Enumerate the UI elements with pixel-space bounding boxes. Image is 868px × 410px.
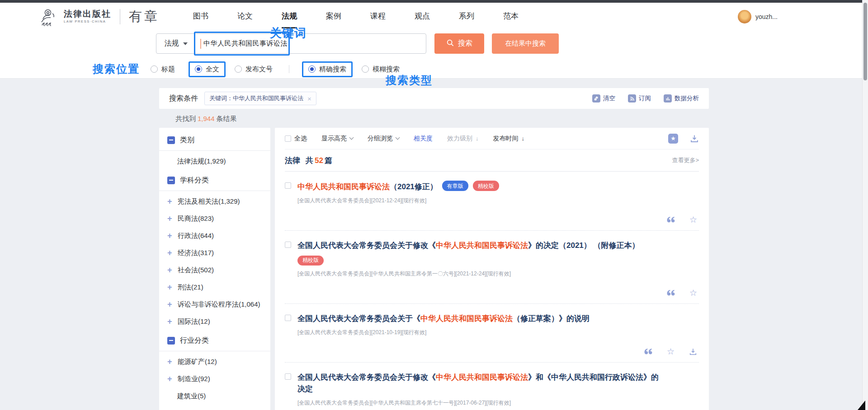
nav-tab-opinions[interactable]: 观点 (415, 11, 430, 23)
download-icon[interactable] (689, 348, 697, 356)
facet-item-economic[interactable]: + 经济法(317) (159, 244, 270, 261)
favorite-all-button[interactable]: ★ (668, 134, 678, 144)
facet-item-constitutional[interactable]: + 宪法及相关法(1,329) (159, 193, 270, 210)
nav-tab-papers[interactable]: 论文 (237, 11, 253, 23)
result-checkbox[interactable] (285, 315, 291, 321)
select-all-checkbox[interactable] (285, 135, 291, 142)
result-title[interactable]: 全国人民代表大会常务委员会关于修改《中华人民共和国民事诉讼法》和《中华人民共和国… (297, 372, 661, 395)
scope-docnumber-label: 发布文号 (245, 65, 273, 74)
result-title[interactable]: 中华人民共和国民事诉讼法（2021修正）有章版精校版 (297, 181, 661, 192)
facet-section-industry[interactable]: 行业分类 (159, 330, 270, 351)
result-meta: [全国人民代表大会常务委员会][2021-10-19][现行有效] (297, 329, 699, 336)
search-input[interactable]: 中华人民共和国民事诉讼法 (194, 34, 426, 53)
nav-tab-courses[interactable]: 课程 (370, 11, 386, 23)
scope-fulltext-label: 全文 (206, 65, 219, 74)
collapse-minus-icon[interactable] (167, 136, 175, 144)
facet-item-energy[interactable]: + 能源矿产(12) (159, 353, 270, 370)
expand-plus-icon[interactable]: + (167, 358, 174, 366)
mode-radio-fuzzy[interactable]: 模糊搜索 (362, 65, 400, 74)
quote-icon[interactable] (644, 348, 652, 355)
star-icon[interactable]: ☆ (667, 347, 675, 356)
facet-item-social[interactable]: + 社会法(502) (159, 261, 270, 279)
group-view-dropdown[interactable]: 分组浏览 (368, 135, 399, 143)
group-view-label: 分组浏览 (368, 135, 393, 143)
select-all-control[interactable]: 全选 (285, 135, 307, 143)
expand-plus-icon[interactable]: + (167, 214, 174, 223)
result-actions: ☆ (297, 347, 699, 356)
collapse-minus-icon[interactable] (167, 337, 175, 345)
mode-radio-exact[interactable]: 精确搜索 (302, 61, 353, 77)
content-columns: 类别 法律法规(1,929) 学科分类 + 宪法及相关法(1,329) + 民商… (159, 128, 709, 410)
close-icon[interactable]: × (307, 95, 311, 102)
mode-exact-label: 精确搜索 (319, 65, 346, 74)
site-logo[interactable]: 法律出版社 LAW PRESS·CHINA 有章 (39, 7, 160, 26)
options-divider (289, 65, 289, 73)
data-analysis-button[interactable]: 数据分析 (664, 94, 699, 102)
result-title[interactable]: 全国人民代表大会常务委员会关于修改《中华人民共和国民事诉讼法》的决定（2021）… (297, 240, 661, 252)
scope-radio-fulltext[interactable]: 全文 (189, 61, 226, 77)
search-category-select[interactable]: 法规 (156, 34, 194, 53)
toolbar-icons: ★ (668, 134, 699, 144)
collapse-minus-icon[interactable] (167, 177, 175, 184)
expand-plus-icon[interactable]: + (167, 300, 174, 308)
nav-row: 法律出版社 LAW PRESS·CHINA 有章 图书 论文 法规 案例 课程 … (0, 3, 868, 28)
sort-relevance[interactable]: 相关度 (414, 135, 433, 143)
facet-item-civil-commercial[interactable]: + 民商法(823) (159, 210, 270, 227)
sort-publish-date[interactable]: 发布时间 ↓ (493, 135, 525, 143)
sort-date-label: 发布时间 (493, 135, 519, 143)
facet-item-laws[interactable]: 法律法规(1,929) (159, 153, 270, 170)
nav-tab-regulations[interactable]: 法规 (282, 11, 297, 23)
result-checkbox[interactable] (285, 182, 291, 189)
view-more-link[interactable]: 查看更多> (672, 156, 699, 164)
nav-tab-series[interactable]: 系列 (459, 11, 474, 23)
facet-section-title: 类别 (180, 135, 194, 145)
facet-item-label: 建筑业(5) (177, 392, 206, 401)
mode-fuzzy-label: 模糊搜索 (373, 65, 400, 74)
expand-plus-icon[interactable]: + (167, 375, 174, 383)
facet-item-criminal[interactable]: + 刑法(21) (159, 279, 270, 296)
facet-item-administrative[interactable]: + 行政法(644) (159, 227, 270, 244)
page-scrollbar[interactable] (862, 0, 868, 410)
facet-item-construction[interactable]: 建筑业(5) (159, 387, 270, 405)
clear-button[interactable]: 清空 (592, 94, 615, 102)
result-title[interactable]: 全国人民代表大会常务委员会关于《中华人民共和国民事诉讼法（修正草案）》的说明 (297, 313, 661, 325)
star-icon[interactable]: ☆ (689, 289, 697, 297)
expand-plus-icon[interactable]: + (167, 317, 174, 326)
result-checkbox[interactable] (285, 242, 291, 248)
bar-chart-icon (664, 94, 672, 102)
search-button[interactable]: 搜索 (434, 33, 484, 54)
download-all-button[interactable] (690, 134, 699, 143)
law-search-page: 法律出版社 LAW PRESS·CHINA 有章 图书 论文 法规 案例 课程 … (0, 0, 868, 410)
scope-radio-title[interactable]: 标题 (151, 65, 175, 74)
facet-section-subject[interactable]: 学科分类 (159, 170, 270, 191)
main-nav: 图书 论文 法规 案例 课程 观点 系列 范本 (193, 11, 519, 23)
quote-icon[interactable] (666, 216, 675, 223)
star-icon[interactable]: ☆ (689, 215, 697, 224)
nav-tab-books[interactable]: 图书 (193, 11, 208, 23)
facet-item-label: 宪法及相关法(1,329) (178, 197, 240, 206)
quote-icon[interactable] (666, 289, 675, 296)
facet-section-category[interactable]: 类别 (159, 130, 270, 150)
facet-item-international[interactable]: + 国际法(12) (159, 313, 270, 330)
highlighted-keyword: 中华人民共和国民事诉讼法 (436, 241, 528, 250)
subscribe-button[interactable]: 订阅 (628, 94, 651, 102)
sort-effect-level[interactable]: 效力级别 ↓ (447, 135, 479, 143)
expand-plus-icon[interactable]: + (167, 197, 174, 205)
facet-item-procedure[interactable]: + 诉讼与非诉讼程序法(1,064) (159, 296, 270, 313)
nav-tab-templates[interactable]: 范本 (503, 11, 519, 23)
facet-item-manufacturing[interactable]: + 制造业(92) (159, 370, 270, 387)
scrollbar-thumb[interactable] (863, 3, 867, 80)
result-checkbox[interactable] (285, 373, 291, 380)
expand-plus-icon[interactable]: + (167, 283, 174, 291)
expand-plus-icon[interactable]: + (167, 249, 174, 257)
facet-item-label: 诉讼与非诉讼程序法(1,064) (178, 300, 260, 309)
expand-plus-icon[interactable]: + (167, 266, 174, 274)
user-avatar[interactable] (738, 10, 751, 23)
user-menu[interactable]: youzh... (738, 10, 778, 23)
nav-tab-cases[interactable]: 案例 (326, 11, 341, 23)
expand-plus-icon[interactable]: + (167, 232, 174, 240)
chevron-down-icon (349, 135, 354, 140)
search-in-results-button[interactable]: 在结果中搜索 (492, 33, 559, 54)
highlight-dropdown[interactable]: 显示高亮 (321, 135, 353, 143)
scope-radio-docnumber[interactable]: 发布文号 (235, 65, 273, 74)
